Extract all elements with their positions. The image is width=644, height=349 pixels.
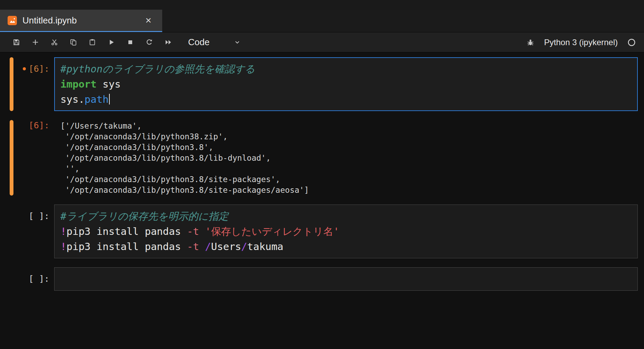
insert-cell-below-button[interactable] — [27, 35, 43, 50]
output-area: [6]:['/Users/takuma', '/opt/anaconda3/li… — [0, 120, 644, 196]
cell-type-dropdown[interactable]: Code — [188, 37, 241, 48]
copy-cells-button[interactable] — [65, 35, 81, 50]
restart-icon — [146, 39, 153, 46]
plus-icon — [32, 39, 39, 46]
copy-icon — [70, 39, 77, 46]
save-button[interactable] — [8, 35, 24, 50]
cell-type-value: Code — [188, 37, 209, 48]
prompt-label: [ ]: — [29, 274, 49, 284]
code-token: pip3 install pandas — [66, 241, 187, 252]
interrupt-kernel-button[interactable] — [122, 35, 138, 50]
prompt-label: [6]: — [29, 64, 49, 74]
prompt-label: [6]: — [29, 120, 49, 130]
output-text: ['/Users/takuma', '/opt/anaconda3/lib/py… — [54, 120, 309, 196]
kernel-name[interactable]: Python 3 (ipykernel) — [544, 38, 618, 47]
code-cell: [ ]:#ライブラリの保存先を明示的に指定!pip3 install panda… — [0, 205, 644, 258]
code-token: / — [205, 241, 211, 252]
run-icon — [108, 39, 115, 46]
toolbar-left-buttons — [8, 35, 176, 50]
code-token: pip3 install pandas — [66, 226, 187, 237]
notebook-file-icon — [8, 16, 17, 25]
code-line: !pip3 install pandas -t /Users/takuma — [60, 239, 632, 254]
code-area — [60, 271, 632, 287]
code-token: ! — [60, 241, 66, 252]
cell-prompt: [6]: — [13, 57, 54, 111]
save-icon — [13, 39, 20, 46]
code-token: / — [241, 241, 247, 252]
notebook: [6]:#pythonのライブラリの参照先を確認するimport syssys.… — [0, 52, 644, 349]
code-line: #ライブラリの保存先を明示的に指定 — [60, 209, 632, 224]
tab-title: Untitled.ipynb — [22, 15, 77, 26]
code-area: #pythonのライブラリの参照先を確認するimport syssys.path — [60, 61, 632, 107]
code-token: ! — [60, 226, 66, 237]
code-token: import — [60, 78, 97, 90]
cut-cells-button[interactable] — [46, 35, 62, 50]
tab-close-button[interactable]: × — [142, 15, 155, 26]
restart-kernel-button[interactable] — [141, 35, 157, 50]
text-cursor — [109, 94, 110, 104]
cell-prompt: [ ]: — [13, 205, 54, 258]
cell-prompt: [ ]: — [13, 267, 54, 291]
code-token — [199, 226, 205, 237]
toolbar-right-group: Python 3 (ipykernel) — [526, 38, 636, 47]
paste-cells-button[interactable] — [84, 35, 100, 50]
code-token: path — [85, 93, 109, 105]
code-token: takuma — [247, 241, 283, 252]
code-cell: [6]:#pythonのライブラリの参照先を確認するimport syssys.… — [0, 57, 644, 111]
code-line — [60, 271, 632, 287]
stop-icon — [127, 39, 134, 46]
code-area: #ライブラリの保存先を明示的に指定!pip3 install pandas -t… — [60, 209, 632, 254]
modified-dot — [23, 67, 26, 70]
code-line: sys.path — [60, 92, 632, 107]
code-line: !pip3 install pandas -t '保存したいディレクトリ名' — [60, 224, 632, 239]
cell-prompt: [6]: — [13, 120, 54, 196]
cell-editor[interactable] — [54, 267, 638, 291]
fast-forward-icon — [165, 39, 172, 46]
cell-collapser[interactable] — [10, 120, 13, 196]
cut-icon — [51, 39, 58, 46]
code-token: Users — [211, 241, 241, 252]
restart-run-all-button[interactable] — [160, 35, 176, 50]
window-titlebar — [0, 0, 644, 10]
cell-editor[interactable]: #ライブラリの保存先を明示的に指定!pip3 install pandas -t… — [54, 205, 638, 258]
code-token: sys — [97, 78, 121, 90]
tab-untitled-notebook[interactable]: Untitled.ipynb × — [0, 10, 162, 32]
code-token: '保存したいディレクトリ名' — [205, 226, 339, 237]
notebook-toolbar: Code Python 3 (ipykernel) — [0, 32, 644, 52]
debugger-bug-icon[interactable] — [526, 38, 535, 47]
tab-bar: Untitled.ipynb × — [0, 10, 644, 32]
paste-icon — [89, 39, 96, 46]
code-token: -t — [187, 241, 199, 252]
chevron-down-icon — [234, 39, 241, 46]
kernel-status-icon — [627, 38, 636, 47]
code-token — [199, 241, 205, 252]
code-token: #ライブラリの保存先を明示的に指定 — [60, 210, 228, 222]
code-cell: [ ]: — [0, 267, 644, 291]
run-cell-button[interactable] — [103, 35, 119, 50]
code-token: -t — [187, 226, 199, 237]
code-token: #pythonのライブラリの参照先を確認する — [60, 63, 255, 75]
code-line: import sys — [60, 77, 632, 92]
jupyterlab-window: Untitled.ipynb × Code Python 3 (ipykerne… — [0, 0, 644, 349]
cell-collapser — [10, 267, 13, 291]
code-line: #pythonのライブラリの参照先を確認する — [60, 61, 632, 77]
cell-collapser — [10, 205, 13, 258]
cell-collapser[interactable] — [10, 57, 13, 111]
cell-editor[interactable]: #pythonのライブラリの参照先を確認するimport syssys.path — [54, 57, 638, 111]
code-token: sys. — [60, 93, 85, 105]
prompt-label: [ ]: — [29, 211, 49, 221]
